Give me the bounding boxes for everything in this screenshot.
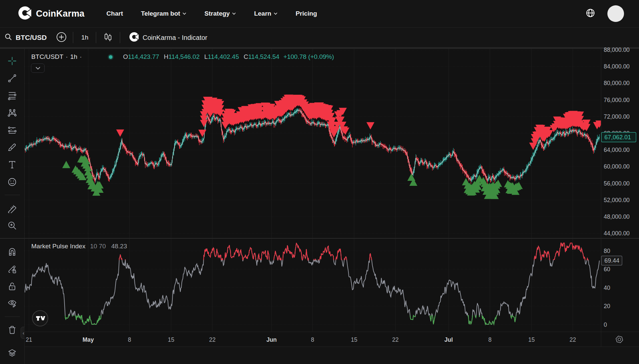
price-axis-label: 44,000.00 [604, 230, 630, 237]
mpi-axis-label: 60 [604, 266, 610, 273]
mpi-axis-label: 40 [604, 285, 610, 291]
high-value: 114,546.02 [168, 53, 200, 61]
time-axis-label: 8 [128, 336, 131, 343]
tradingview-logo[interactable] [32, 310, 48, 326]
time-axis-label: 15 [528, 336, 534, 343]
indicator-value: 48.23 [111, 243, 127, 250]
legend-interval: 1h [70, 53, 78, 61]
mpi-axis-label: 0 [604, 321, 607, 328]
legend-sep: · [80, 53, 82, 61]
price-axis-label: 88,000.00 [604, 47, 630, 53]
price-axis-label: 52,000.00 [604, 197, 630, 203]
change-value: +100.78 (+0.09%) [283, 53, 334, 61]
mpi-last-value-label: 69.44 [601, 256, 622, 265]
time-axis-label: May [83, 336, 94, 343]
time-axis-label: Jun [266, 336, 277, 343]
legend-symbol[interactable]: BTC/USDT [31, 53, 64, 61]
mpi-axis-label: 20 [604, 303, 610, 309]
price-axis-label: 56,000.00 [604, 180, 630, 187]
svg-text:67,062.01: 67,062.01 [604, 134, 631, 141]
open-value: 114,423.77 [128, 53, 159, 61]
price-axis-label: 60,000.00 [604, 163, 630, 170]
time-axis-label: 21 [26, 336, 32, 343]
legend-sep: · [66, 53, 68, 61]
price-legend: BTC/USDT · 1h · O114,423.77 H114,546.02 … [31, 53, 334, 61]
time-axis-label: 8 [311, 336, 314, 343]
svg-text:69.44: 69.44 [604, 257, 619, 264]
price-axis-label: 84,000.00 [604, 63, 630, 70]
legend-collapse-button[interactable] [31, 63, 45, 73]
price-axis-label: 80,000.00 [604, 80, 630, 86]
indicator-legend[interactable]: Market Pulse Index 10 70 48.23 [31, 243, 127, 250]
open-label: O [123, 53, 128, 61]
time-axis-label: 22 [569, 336, 576, 343]
time-axis-label: 15 [168, 336, 174, 343]
price-axis-label: 72,000.00 [604, 113, 630, 120]
indicator-params: 10 70 [90, 243, 106, 250]
time-axis-label: Jul [444, 336, 453, 343]
price-axis-label: 48,000.00 [604, 213, 630, 220]
time-axis-label: 15 [351, 336, 357, 343]
time-axis-label: 22 [392, 336, 398, 343]
ohlc-values: O114,423.77 H114,546.02 L114,402.45 C114… [123, 53, 280, 61]
chevron-down-icon [36, 67, 40, 70]
close-value: 114,524.54 [248, 53, 280, 61]
low-label: L [204, 53, 208, 61]
last-price-label: 67,062.01 [601, 132, 636, 142]
mpi-axis-label: 80 [604, 248, 610, 254]
price-axis-label: 76,000.00 [604, 97, 630, 103]
price-axis-label: 64,000.00 [604, 147, 630, 153]
indicator-title: Market Pulse Index [31, 243, 86, 250]
time-axis-label: 8 [488, 336, 492, 343]
coinkarma-app: CoinKarma ChartTelegram bot Strategy Lea… [0, 0, 639, 364]
time-axis-label: 22 [209, 336, 215, 343]
series-status-dot [109, 55, 112, 59]
close-label: C [244, 53, 248, 61]
high-label: H [164, 53, 168, 61]
low-value: 114,402.45 [208, 53, 239, 61]
